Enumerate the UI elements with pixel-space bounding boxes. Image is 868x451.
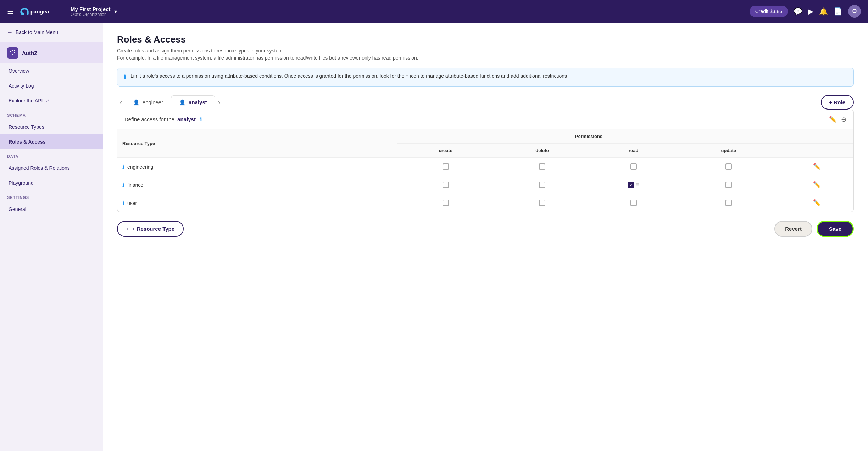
delete-col-header: delete — [494, 144, 590, 158]
sidebar-authz-section: 🛡 AuthZ — [0, 42, 103, 63]
logo: pangea — [19, 6, 55, 17]
roles-prev-btn[interactable]: ‹ — [117, 95, 125, 109]
remove-role-btn[interactable]: ⊖ — [841, 116, 846, 123]
delete-checkbox-cell-user[interactable] — [494, 194, 590, 212]
roles-access-label: Roles & Access — [9, 139, 46, 145]
create-col-header: create — [397, 144, 494, 158]
youtube-icon[interactable]: ▶ — [808, 7, 813, 16]
svg-text:pangea: pangea — [30, 9, 49, 15]
sidebar-item-roles-access[interactable]: Roles & Access — [0, 134, 103, 149]
authz-icon: 🛡 — [7, 47, 18, 59]
edit-row-btn-engineering[interactable]: ✏️ — [780, 158, 853, 176]
sidebar-item-activity-log[interactable]: Activity Log — [0, 78, 103, 93]
sidebar-item-general[interactable]: General — [0, 202, 103, 217]
project-chevron-icon: ▾ — [114, 8, 117, 15]
avatar[interactable]: O — [848, 5, 861, 18]
edit-row-button-user[interactable]: ✏️ — [813, 199, 821, 207]
overview-label: Overview — [9, 68, 29, 74]
add-resource-icon: + — [126, 226, 129, 232]
resource-info-icon[interactable]: ℹ — [122, 200, 124, 206]
filter-icon-finance[interactable]: ≡ — [636, 181, 639, 187]
settings-section-label: SETTINGS — [0, 190, 103, 202]
activity-log-label: Activity Log — [9, 83, 34, 89]
authz-label: AuthZ — [22, 50, 37, 56]
create-checkbox-cell-finance[interactable] — [397, 176, 494, 194]
delete-checkbox-engineering[interactable] — [539, 163, 545, 170]
permissions-table: Resource Type Permissions create delete … — [117, 129, 853, 212]
read-col-header: read — [590, 144, 677, 158]
create-checkbox-user[interactable] — [443, 200, 449, 206]
topnav: ☰ pangea My First Project Olaf's Organiz… — [0, 0, 868, 23]
resource-name-cell: ℹengineering — [117, 158, 397, 176]
read-checkbox-user[interactable] — [630, 200, 637, 206]
sidebar-item-playground[interactable]: Playground — [0, 176, 103, 190]
update-checkbox-finance[interactable] — [725, 182, 732, 188]
engineer-tab-icon: 👤 — [133, 99, 140, 106]
bottom-right-actions: Revert Save — [774, 221, 854, 237]
delete-checkbox-cell-finance[interactable] — [494, 176, 590, 194]
update-checkbox-cell-user[interactable] — [677, 194, 780, 212]
engineer-tab-label: engineer — [143, 99, 163, 105]
create-checkbox-cell-engineering[interactable] — [397, 158, 494, 176]
roles-next-btn[interactable]: › — [215, 95, 223, 109]
resource-info-icon[interactable]: ℹ — [122, 164, 124, 170]
bell-icon[interactable]: 🔔 — [819, 7, 828, 16]
edit-row-button-finance[interactable]: ✏️ — [813, 181, 821, 189]
create-checkbox-cell-user[interactable] — [397, 194, 494, 212]
sidebar-item-resource-types[interactable]: Resource Types — [0, 119, 103, 134]
read-checkbox-cell-engineering[interactable] — [590, 158, 677, 176]
create-checkbox-engineering[interactable] — [443, 163, 449, 170]
document-icon[interactable]: 📄 — [834, 7, 842, 16]
row-actions-col-header — [780, 144, 853, 158]
page-subtitle2: For example: In a file management system… — [117, 55, 854, 61]
general-label: General — [9, 206, 26, 212]
delete-checkbox-user[interactable] — [539, 200, 545, 206]
sidebar-item-overview[interactable]: Overview — [0, 63, 103, 78]
delete-checkbox-finance[interactable] — [539, 182, 545, 188]
resource-info-icon[interactable]: ℹ — [122, 182, 124, 188]
add-role-button[interactable]: + Role — [821, 95, 854, 110]
revert-button[interactable]: Revert — [774, 221, 812, 237]
role-tab-engineer[interactable]: 👤 engineer — [125, 96, 171, 109]
create-checkbox-finance[interactable] — [443, 182, 449, 188]
update-checkbox-cell-finance[interactable] — [677, 176, 780, 194]
resource-type-col-header: Resource Type — [117, 129, 397, 158]
external-link-icon: ↗ — [46, 98, 49, 103]
sidebar-item-explore-api[interactable]: Explore the API ↗ — [0, 93, 103, 108]
update-checkbox-cell-engineering[interactable] — [677, 158, 780, 176]
read-checkbox-finance[interactable]: ✓ — [628, 182, 634, 188]
body-layout: ← Back to Main Menu 🛡 AuthZ Overview Act… — [0, 23, 868, 451]
edit-row-btn-user[interactable]: ✏️ — [780, 194, 853, 212]
role-panel: Define access for the analyst. ℹ ✏️ ⊖ Re… — [117, 110, 854, 212]
info-banner: ℹ Limit a role's access to a permission … — [117, 68, 854, 87]
back-to-main-menu[interactable]: ← Back to Main Menu — [0, 23, 103, 42]
info-banner-text: Limit a role's access to a permission us… — [130, 73, 567, 79]
permissions-group-header: Permissions — [397, 129, 780, 144]
back-label: Back to Main Menu — [16, 29, 58, 35]
edit-row-btn-finance[interactable]: ✏️ — [780, 176, 853, 194]
project-selector[interactable]: My First Project Olaf's Organization ▾ — [63, 6, 117, 17]
save-button[interactable]: Save — [817, 221, 854, 237]
roles-bar: ‹ 👤 engineer 👤 analyst › + Role — [117, 95, 854, 110]
define-access-info-icon: ℹ — [200, 116, 202, 122]
edit-row-button-engineering[interactable]: ✏️ — [813, 163, 821, 171]
table-row: ℹuser✏️ — [117, 194, 853, 212]
resource-name-cell: ℹuser — [117, 194, 397, 212]
role-tab-analyst[interactable]: 👤 analyst — [171, 95, 215, 110]
hamburger-menu[interactable]: ☰ — [7, 7, 13, 16]
update-checkbox-engineering[interactable] — [725, 163, 732, 170]
chat-icon[interactable]: 💬 — [794, 7, 802, 16]
read-checkbox-cell-user[interactable] — [590, 194, 677, 212]
read-checkbox-cell-finance[interactable]: ✓ ≡ — [590, 176, 677, 194]
main-content: Roles & Access Create roles and assign t… — [103, 23, 868, 451]
delete-checkbox-cell-engineering[interactable] — [494, 158, 590, 176]
resource-name-cell: ℹfinance — [117, 176, 397, 194]
back-arrow-icon: ← — [7, 29, 13, 35]
edit-role-btn[interactable]: ✏️ — [829, 116, 837, 123]
credit-button[interactable]: Credit $3.86 — [750, 6, 788, 17]
add-resource-type-button[interactable]: + + Resource Type — [117, 221, 184, 237]
sidebar-item-assigned-roles[interactable]: Assigned Roles & Relations — [0, 161, 103, 176]
read-checkbox-engineering[interactable] — [630, 163, 637, 170]
table-row: ℹfinance✓ ≡✏️ — [117, 176, 853, 194]
update-checkbox-user[interactable] — [725, 200, 732, 206]
